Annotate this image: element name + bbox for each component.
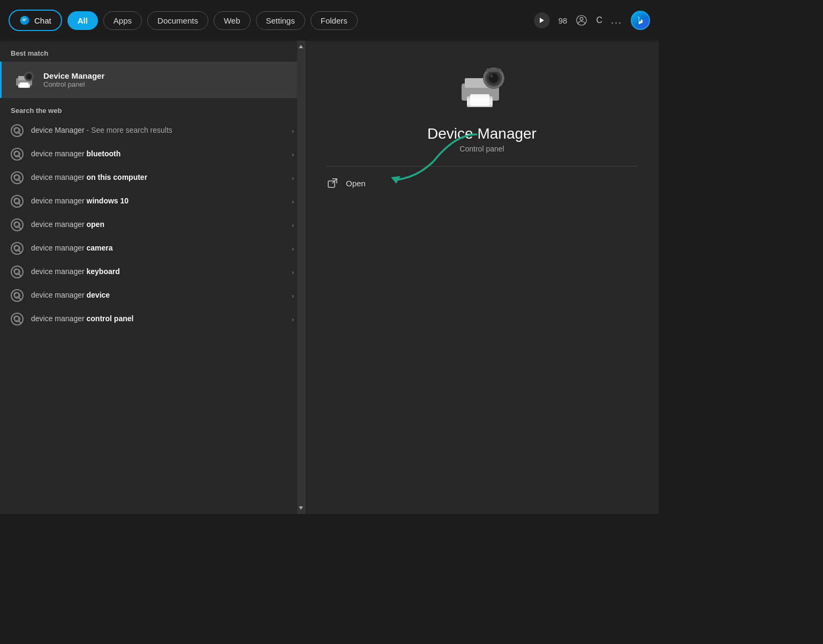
chevron-right-7: › — [292, 292, 294, 300]
search-icon-2 — [11, 171, 24, 184]
svg-point-2 — [580, 18, 584, 21]
open-icon — [327, 177, 338, 189]
detail-divider — [327, 166, 637, 166]
web-item-text-0: device Manager - See more search results — [31, 125, 284, 136]
chevron-right-8: › — [292, 315, 294, 323]
chevron-right-2: › — [292, 174, 294, 182]
search-icon-0 — [11, 124, 24, 137]
open-action[interactable]: Open — [327, 177, 637, 189]
svg-line-22 — [18, 226, 20, 228]
svg-rect-42 — [486, 69, 501, 72]
svg-point-39 — [489, 73, 499, 83]
search-icon-5 — [11, 242, 24, 255]
search-icon-4 — [11, 218, 24, 231]
play-icon — [539, 17, 545, 24]
all-button[interactable]: All — [67, 11, 98, 30]
chat-label: Chat — [34, 16, 51, 25]
search-icon-3 — [11, 195, 24, 208]
best-match-item[interactable]: Device Manager Control panel — [0, 62, 305, 98]
main-content: Best match — [0, 41, 659, 514]
web-search-item-3[interactable]: device manager windows 10 › — [0, 190, 305, 213]
svg-line-24 — [18, 249, 20, 252]
svg-rect-7 — [20, 82, 28, 88]
svg-point-21 — [14, 222, 19, 226]
web-search-item-5[interactable]: device manager camera › — [0, 237, 305, 260]
folders-button[interactable]: Folders — [311, 11, 358, 30]
web-item-text-1: device manager bluetooth — [31, 149, 284, 160]
search-icon-8 — [11, 313, 24, 325]
chevron-right-0: › — [292, 127, 294, 135]
settings-button[interactable]: Settings — [256, 11, 305, 30]
top-bar-right: 98 C ... — [534, 11, 650, 30]
left-panel: Best match — [0, 41, 305, 514]
web-search-item-2[interactable]: device manager on this computer › — [0, 166, 305, 190]
web-item-text-2: device manager on this computer — [31, 172, 284, 183]
svg-line-30 — [18, 320, 20, 322]
web-search-item-1[interactable]: device manager bluetooth › — [0, 142, 305, 166]
documents-button[interactable]: Documents — [147, 11, 208, 30]
chat-button[interactable]: Chat — [9, 10, 62, 31]
search-icon-6 — [11, 266, 24, 278]
scrollbar[interactable] — [297, 41, 305, 514]
svg-line-28 — [18, 297, 20, 299]
detail-title: Device Manager — [427, 125, 537, 142]
search-icon-1 — [11, 148, 24, 161]
svg-point-23 — [14, 245, 19, 250]
best-match-label: Best match — [0, 41, 305, 62]
chevron-right-5: › — [292, 245, 294, 253]
svg-line-26 — [18, 273, 20, 275]
top-bar: Chat All Apps Documents Web Settings Fol… — [0, 0, 659, 41]
right-panel: Device Manager Control panel — [305, 41, 659, 514]
web-item-text-7: device manager device — [31, 290, 284, 301]
web-item-text-3: device manager windows 10 — [31, 196, 284, 207]
detail-app-icon — [455, 62, 509, 112]
web-item-text-6: device manager keyboard — [31, 267, 284, 277]
svg-line-14 — [18, 132, 20, 134]
svg-point-17 — [14, 175, 19, 179]
best-match-title: Device Manager — [43, 71, 104, 80]
chevron-right-1: › — [292, 150, 294, 158]
web-search-item-7[interactable]: device manager device › — [0, 284, 305, 307]
svg-point-40 — [490, 75, 493, 78]
svg-point-25 — [14, 269, 19, 274]
svg-marker-0 — [540, 18, 544, 23]
action-area: Open — [327, 177, 637, 189]
all-label: All — [78, 16, 88, 25]
svg-point-29 — [14, 316, 19, 321]
svg-point-12 — [28, 75, 29, 77]
user-initial: C — [596, 16, 602, 25]
scroll-down-arrow — [299, 506, 303, 510]
svg-line-18 — [18, 179, 20, 181]
chevron-right-4: › — [292, 221, 294, 229]
svg-point-13 — [14, 127, 19, 132]
web-search-item-8[interactable]: device manager control panel › — [0, 307, 305, 331]
web-search-item-0[interactable]: device Manager - See more search results… — [0, 119, 305, 142]
bing-icon[interactable] — [631, 11, 650, 30]
badge-count: 98 — [558, 16, 568, 25]
best-match-text: Device Manager Control panel — [43, 71, 104, 88]
svg-line-16 — [18, 155, 20, 157]
search-icon-7 — [11, 289, 24, 302]
web-item-text-5: device manager camera — [31, 243, 284, 254]
device-manager-app-icon — [12, 68, 36, 92]
scroll-up-arrow — [299, 45, 303, 48]
svg-point-19 — [14, 198, 19, 203]
web-search-item-4[interactable]: device manager open › — [0, 213, 305, 237]
web-button[interactable]: Web — [214, 11, 251, 30]
play-button[interactable] — [534, 12, 550, 28]
svg-point-27 — [14, 292, 19, 297]
web-item-text-4: device manager open — [31, 219, 284, 230]
svg-point-15 — [14, 151, 19, 156]
more-button[interactable]: ... — [611, 15, 622, 26]
profile-icon — [576, 14, 587, 26]
detail-subtitle: Control panel — [459, 145, 504, 153]
svg-rect-35 — [470, 94, 489, 106]
web-search-item-6[interactable]: device manager keyboard › — [0, 260, 305, 284]
chevron-right-6: › — [292, 268, 294, 276]
best-match-subtitle: Control panel — [43, 80, 104, 88]
open-label: Open — [346, 179, 366, 188]
apps-button[interactable]: Apps — [103, 11, 142, 30]
svg-line-20 — [18, 202, 20, 204]
chat-icon — [19, 15, 30, 26]
search-web-label: Search the web — [0, 98, 305, 119]
